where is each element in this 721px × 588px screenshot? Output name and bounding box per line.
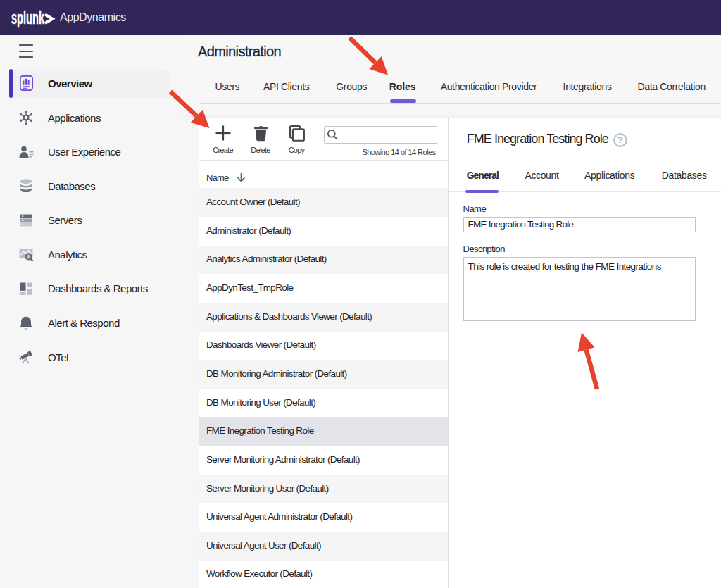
svg-text:AppDynamics: AppDynamics — [60, 11, 126, 23]
svg-text:splunk: splunk — [11, 7, 44, 28]
svg-text:?: ? — [617, 135, 623, 145]
